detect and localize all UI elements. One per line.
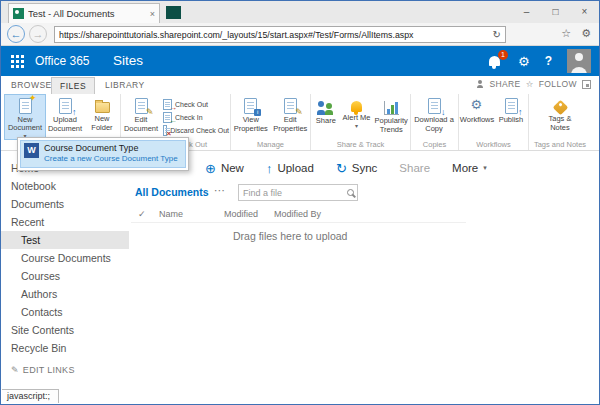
menu-item-course-document-type[interactable]: W Course Document Type Create a new Cour… [20, 140, 186, 168]
button-label: Tags & Notes [538, 115, 582, 132]
tab-library[interactable]: LIBRARY [105, 80, 145, 90]
publish-button[interactable]: Publish [495, 95, 527, 139]
sidebar-item-contacts[interactable]: Contacts [1, 303, 129, 321]
ribbon-group-label: Manage [231, 140, 310, 149]
refresh-icon[interactable]: ↻ [493, 29, 501, 40]
button-label: Publish [499, 116, 524, 125]
sync-icon: ↻ [336, 162, 347, 175]
share-people-icon [317, 101, 334, 115]
sidebar-item-notebook[interactable]: Notebook [1, 177, 129, 195]
browser-tab[interactable]: Test - All Documents × [8, 3, 160, 23]
edit-document-button[interactable]: Edit Document [121, 95, 161, 139]
view-properties-icon [244, 98, 257, 114]
search-magnifier-icon[interactable] [347, 189, 354, 196]
ribbon-group-tags-notes: Tags & Notes Tags and Notes [529, 94, 591, 150]
tab-close-icon[interactable]: × [150, 9, 155, 19]
sidebar-item-course-documents[interactable]: Course Documents [1, 249, 129, 267]
button-label: Popularity Trends [372, 117, 410, 134]
check-out-button[interactable]: Check Out [161, 98, 229, 110]
notifications-bell-icon[interactable]: 1 [489, 54, 503, 68]
check-in-icon [163, 112, 172, 123]
sync-command[interactable]: ↻ Sync [336, 162, 377, 175]
back-button[interactable]: ← [7, 25, 25, 43]
view-properties-button[interactable]: View Properties [231, 95, 271, 139]
column-header-modified[interactable]: Modified [224, 209, 258, 219]
ribbon-group-workflows: Workflows Publish Workflows [459, 94, 529, 150]
share-button[interactable]: Share [311, 95, 341, 139]
window-controls: – □ × [512, 1, 599, 22]
new-folder-button[interactable]: New Folder [85, 95, 119, 139]
forward-button[interactable]: → [29, 25, 47, 43]
pencil-icon: ✎ [11, 365, 19, 375]
word-document-icon: W [24, 143, 39, 158]
follow-link[interactable]: FOLLOW [539, 79, 577, 89]
discard-check-out-button[interactable]: Discard Check Out [161, 124, 229, 136]
edit-properties-button[interactable]: Edit Properties [271, 95, 311, 139]
sharepoint-favicon-icon [13, 8, 24, 19]
favorites-star-icon[interactable]: ☆ [561, 27, 571, 40]
upload-arrow-icon: ↑ [266, 162, 273, 175]
minimize-button[interactable]: – [512, 1, 541, 22]
tab-files[interactable]: FILES [51, 77, 95, 95]
help-icon[interactable]: ? [545, 54, 552, 68]
new-tab-button[interactable] [166, 6, 181, 19]
new-command[interactable]: ⊕ New [205, 162, 244, 175]
button-label: Discard Check Out [170, 127, 229, 134]
column-header-name[interactable]: Name [159, 209, 183, 219]
sites-section-title[interactable]: Sites [113, 53, 143, 68]
alert-bell-icon [351, 101, 362, 112]
sidebar-item-recent[interactable]: Recent [1, 213, 129, 231]
suite-bar: Office 365 Sites 1 ⚙ ? [1, 46, 599, 76]
settings-gear-icon[interactable]: ⚙ [518, 54, 530, 69]
share-command[interactable]: Share [399, 162, 430, 174]
user-avatar[interactable] [567, 49, 591, 73]
check-in-button[interactable]: Check In [161, 111, 229, 123]
select-all-checkmark[interactable]: ✓ [138, 209, 146, 219]
app-launcher-waffle-icon[interactable] [11, 54, 24, 72]
browser-tab-bar: Test - All Documents × – □ × [1, 1, 599, 23]
view-ellipsis-menu[interactable]: ⋯ [214, 184, 226, 197]
share-link[interactable]: SHARE [489, 79, 520, 89]
more-command-label: More [452, 162, 478, 174]
popularity-trends-button[interactable]: Popularity Trends [372, 95, 410, 139]
workflows-gear-icon [470, 98, 485, 114]
sidebar-item-recycle-bin[interactable]: Recycle Bin [1, 339, 129, 357]
download-a-copy-button[interactable]: Download a Copy [411, 95, 457, 139]
column-header-modified-by[interactable]: Modified By [274, 209, 321, 219]
alert-me-button[interactable]: Alert Me ▾ [341, 95, 373, 139]
sidebar-item-test[interactable]: Test [1, 231, 129, 249]
focus-on-content-icon[interactable] [582, 80, 591, 89]
sidebar-item-site-contents[interactable]: Site Contents [1, 321, 129, 339]
view-all-documents[interactable]: All Documents [135, 186, 209, 198]
close-button[interactable]: × [570, 1, 599, 22]
menu-item-title: Course Document Type [44, 143, 178, 154]
tags-and-notes-button[interactable]: Tags & Notes [538, 95, 582, 139]
button-label: Share [316, 117, 336, 126]
maximize-button[interactable]: □ [541, 1, 570, 22]
sidebar-item-documents[interactable]: Documents [1, 195, 129, 213]
edit-links-button[interactable]: ✎ EDIT LINKS [1, 365, 129, 375]
more-command[interactable]: More ▾ [452, 162, 487, 174]
button-label: New Folder [85, 115, 119, 132]
search-input[interactable] [243, 188, 347, 198]
upload-document-button[interactable]: Upload Document [45, 95, 85, 139]
drag-drop-zone-text[interactable]: Drag files here to upload [233, 230, 347, 242]
url-box[interactable]: https://sharepointtutorials.sharepoint.c… [54, 26, 506, 43]
popularity-chart-icon [384, 101, 399, 115]
ribbon-group-label: Workflows [459, 140, 528, 149]
browser-tools-gear-icon[interactable]: ⚙ [581, 27, 591, 40]
tab-browse[interactable]: BROWSE [11, 80, 52, 90]
new-document-dropdown-menu: W Course Document Type Create a new Cour… [17, 137, 189, 171]
new-document-button[interactable]: New Document ▾ [5, 95, 45, 139]
sidebar-item-courses[interactable]: Courses [1, 267, 129, 285]
button-label: Check Out [175, 101, 208, 108]
workflows-button[interactable]: Workflows [459, 95, 495, 139]
ribbon-group-label: Tags and Notes [529, 140, 591, 149]
sidebar-item-authors[interactable]: Authors [1, 285, 129, 303]
find-a-file-searchbox [238, 184, 358, 201]
button-label: Download a Copy [411, 116, 457, 133]
office365-brand[interactable]: Office 365 [35, 54, 89, 68]
edit-links-label: EDIT LINKS [23, 365, 75, 375]
upload-command[interactable]: ↑ Upload [266, 162, 314, 175]
address-bar-icons: ☆ ⚙ [561, 27, 591, 40]
